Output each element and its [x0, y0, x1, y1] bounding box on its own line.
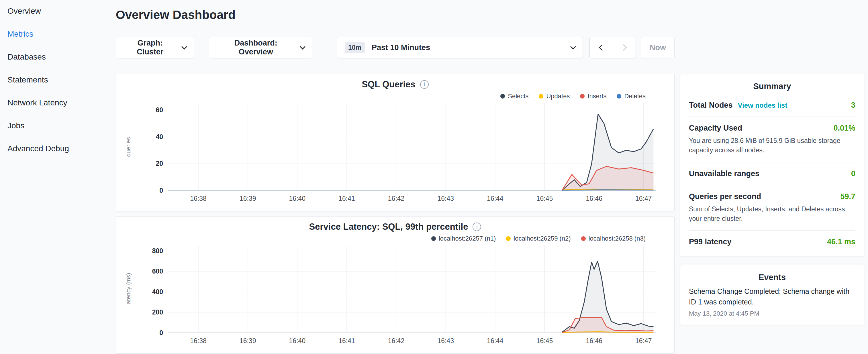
svg-text:0: 0: [159, 187, 163, 194]
sidebar-item-jobs[interactable]: Jobs: [7, 122, 116, 130]
svg-text:60: 60: [156, 106, 163, 114]
svg-text:16:47: 16:47: [635, 337, 652, 345]
svg-text:16:47: 16:47: [635, 195, 652, 202]
sidebar-item-databases[interactable]: Databases: [7, 53, 116, 61]
service-latency-chart[interactable]: 020040060080016:3816:3916:4016:4116:4216…: [125, 243, 666, 351]
legend-label: Deletes: [624, 93, 646, 100]
legend-label: Inserts: [587, 93, 607, 100]
legend-label: localhost:26259 (n2): [514, 235, 570, 242]
chart-legend: localhost:26257 (n1)localhost:26259 (n2)…: [125, 234, 666, 243]
svg-text:16:44: 16:44: [487, 195, 503, 202]
time-back-button[interactable]: [590, 37, 613, 58]
graph-scope-dropdown[interactable]: Graph: Cluster: [116, 37, 194, 58]
summary-label: P99 latency: [689, 237, 732, 246]
summary-description: You are using 28.6 MiB of 515.9 GiB usab…: [689, 136, 856, 155]
legend-item[interactable]: localhost:26257 (n1): [431, 235, 496, 242]
sidebar: Overview Metrics Databases Statements Ne…: [0, 0, 116, 354]
summary-value: 46.1 ms: [827, 237, 856, 246]
legend-dot-icon: [617, 94, 621, 99]
svg-text:800: 800: [152, 247, 163, 255]
summary-value: 0: [851, 169, 856, 178]
dashboard-dropdown[interactable]: Dashboard: Overview: [209, 37, 312, 58]
event-item: Schema Change Completed: Schema change w…: [689, 286, 856, 317]
page-title: Overview Dashboard: [116, 7, 675, 22]
chart-title-text: Service Latency: SQL, 99th percentile: [309, 222, 468, 232]
svg-text:400: 400: [152, 288, 163, 296]
summary-row-unavailable-ranges: Unavailable ranges 0: [689, 162, 856, 185]
time-range-dropdown[interactable]: 10m Past 10 Minutes: [337, 37, 583, 58]
summary-row-queries-per-second: Queries per second 59.7 Sum of Selects, …: [689, 185, 856, 231]
summary-row-p99-latency: P99 latency 46.1 ms: [689, 231, 856, 253]
time-pager: [589, 37, 636, 58]
svg-text:16:45: 16:45: [536, 195, 553, 202]
dashboard-label: Dashboard: Overview: [217, 39, 295, 57]
legend-dot-icon: [431, 236, 436, 241]
svg-text:40: 40: [156, 133, 163, 141]
svg-text:16:42: 16:42: [388, 337, 405, 345]
legend-item[interactable]: Deletes: [617, 93, 646, 100]
legend-label: localhost:26258 (n3): [589, 235, 646, 242]
summary-row-capacity-used: Capacity Used 0.01% You are using 28.6 M…: [689, 117, 856, 162]
now-button[interactable]: Now: [641, 37, 675, 58]
sidebar-item-network-latency[interactable]: Network Latency: [7, 99, 116, 107]
sidebar-item-metrics[interactable]: Metrics: [7, 30, 116, 38]
svg-text:16:45: 16:45: [536, 337, 553, 345]
svg-text:16:46: 16:46: [586, 195, 602, 202]
events-panel: Events Schema Change Completed: Schema c…: [680, 265, 864, 325]
svg-text:16:39: 16:39: [240, 195, 256, 202]
svg-text:16:39: 16:39: [240, 337, 256, 345]
chevron-down-icon: [182, 44, 187, 50]
summary-label: Queries per second: [689, 192, 761, 201]
sidebar-item-statements[interactable]: Statements: [7, 75, 116, 84]
summary-label: Capacity Used: [689, 124, 742, 133]
time-controls: 10m Past 10 Minutes Now: [337, 37, 675, 58]
legend-dot-icon: [580, 94, 585, 99]
summary-row-total-nodes: Total Nodes View nodes list 3: [689, 94, 856, 117]
svg-text:16:43: 16:43: [437, 337, 454, 345]
svg-text:16:40: 16:40: [289, 337, 306, 345]
svg-text:16:44: 16:44: [487, 337, 503, 345]
svg-text:16:40: 16:40: [289, 195, 306, 202]
chevron-right-icon: [620, 44, 627, 51]
event-timestamp: May 13, 2020 at 4:45 PM: [689, 310, 856, 317]
legend-item[interactable]: Inserts: [580, 93, 607, 100]
sidebar-item-overview[interactable]: Overview: [7, 7, 116, 15]
summary-value: 59.7: [840, 192, 856, 201]
svg-text:16:43: 16:43: [437, 195, 454, 202]
events-title: Events: [689, 273, 856, 282]
time-forward-button[interactable]: [613, 37, 636, 58]
info-icon[interactable]: i: [472, 223, 481, 231]
svg-text:0: 0: [159, 329, 163, 336]
legend-item[interactable]: Updates: [539, 93, 570, 100]
chevron-down-icon: [300, 44, 306, 50]
info-icon[interactable]: i: [420, 80, 429, 89]
legend-item[interactable]: localhost:26258 (n3): [581, 235, 646, 242]
svg-text:queries: queries: [125, 137, 131, 157]
sidebar-item-advanced-debug[interactable]: Advanced Debug: [7, 144, 116, 153]
sql-queries-chart[interactable]: 020406016:3816:3916:4016:4116:4216:4316:…: [125, 100, 666, 208]
legend-item[interactable]: Selects: [500, 93, 528, 100]
chevron-left-icon: [599, 44, 606, 51]
service-latency-chart-card: Service Latency: SQL, 99th percentile i …: [116, 216, 675, 354]
summary-label: Unavailable ranges: [689, 169, 760, 178]
svg-text:600: 600: [152, 267, 163, 275]
legend-dot-icon: [506, 236, 510, 241]
right-sidebar: Summary Total Nodes View nodes list 3 Ca…: [680, 74, 864, 354]
svg-text:20: 20: [156, 160, 163, 167]
app-root: Overview Metrics Databases Statements Ne…: [0, 0, 868, 354]
chart-legend: SelectsUpdatesInsertsDeletes: [125, 92, 666, 100]
summary-panel: Summary Total Nodes View nodes list 3 Ca…: [680, 74, 864, 256]
summary-title: Summary: [689, 82, 856, 91]
legend-dot-icon: [539, 94, 543, 99]
view-nodes-list-link[interactable]: View nodes list: [738, 101, 787, 109]
main-content: Overview Dashboard Graph: Cluster Dashbo…: [116, 0, 675, 354]
svg-text:16:38: 16:38: [190, 195, 207, 202]
chevron-down-icon: [570, 44, 576, 50]
legend-item[interactable]: localhost:26259 (n2): [506, 235, 570, 242]
legend-dot-icon: [581, 236, 586, 241]
svg-text:16:42: 16:42: [388, 195, 405, 202]
svg-text:200: 200: [152, 309, 163, 316]
graph-scope-label: Graph: Cluster: [124, 39, 177, 57]
legend-label: localhost:26257 (n1): [439, 235, 496, 242]
chart-title: SQL Queries i: [125, 79, 666, 90]
